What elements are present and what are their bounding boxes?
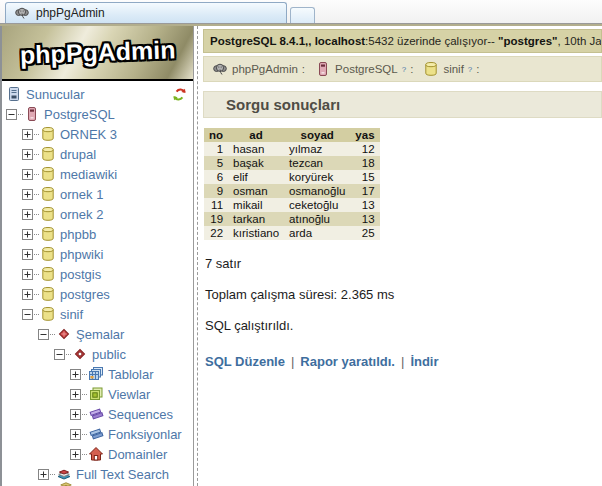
plus-toggle-icon[interactable] [22, 289, 33, 300]
action-links: SQL Düzenle|Rapor yaratıldı.|İndir [205, 354, 602, 369]
tree-item-label[interactable]: Sequences [108, 407, 173, 422]
breadcrumb-sinif[interactable]: sinif [443, 63, 463, 75]
plus-toggle-icon[interactable] [22, 229, 33, 240]
tree-item-sunucular[interactable]: Sunucular [2, 84, 193, 104]
tree-item-label[interactable]: postgis [60, 267, 101, 282]
tree-connector [82, 414, 87, 415]
tree-item-label[interactable]: sinif [60, 307, 83, 322]
database-icon [423, 61, 439, 77]
browser-tab-bar: phpPgAdmin [0, 0, 602, 23]
minus-toggle-icon[interactable] [54, 349, 65, 360]
action-link-i-ndir[interactable]: İndir [410, 354, 438, 369]
minus-toggle-icon[interactable] [38, 329, 49, 340]
tree-item-label[interactable]: ornek 2 [60, 207, 103, 222]
tree-item-label[interactable]: phpbb [60, 227, 96, 242]
action-link-rapor-yaratıldı-[interactable]: Rapor yaratıldı. [300, 354, 395, 369]
tree-item-postgresql[interactable]: PostgreSQL [2, 104, 193, 124]
tree-item-viewlar[interactable]: Viewlar [2, 384, 193, 404]
tree-item-phpwiki[interactable]: phpwiki [2, 244, 193, 264]
tree-item-label[interactable]: postgres [60, 287, 110, 302]
cell-ad: osman [228, 184, 284, 198]
plus-toggle-icon[interactable] [22, 149, 33, 160]
tree-item-public[interactable]: public [2, 344, 193, 364]
plus-toggle-icon[interactable] [70, 449, 81, 460]
database-icon [40, 286, 56, 302]
database-icon [40, 226, 56, 242]
tree-item-label[interactable]: Fonksiyonlar [108, 427, 182, 442]
tree-item-ornek-2[interactable]: ornek 2 [2, 204, 193, 224]
action-link-sql-düzenle[interactable]: SQL Düzenle [205, 354, 285, 369]
database-icon [40, 266, 56, 282]
tree-item-ornek-3[interactable]: ORNEK 3 [2, 124, 193, 144]
tree-item-label[interactable]: phpwiki [60, 247, 103, 262]
tree-item-postgres[interactable]: postgres [2, 284, 193, 304]
minus-toggle-icon[interactable] [6, 109, 17, 120]
cell-no: 11 [204, 198, 228, 212]
help-link[interactable]: ? [468, 65, 472, 74]
tree-item-label[interactable]: Sunucular [26, 87, 85, 102]
tree-item-phpbb[interactable]: phpbb [2, 224, 193, 244]
tree-item-şemalar[interactable]: Şemalar [2, 324, 193, 344]
plus-toggle-icon[interactable] [22, 129, 33, 140]
tree-item-tablolar[interactable]: Tablolar [2, 364, 193, 384]
status-segment: localhost [315, 35, 365, 47]
tree-item-label[interactable]: Full Text Search [76, 467, 169, 482]
tree-item-label[interactable]: drupal [60, 147, 96, 162]
plus-toggle-icon[interactable] [38, 469, 49, 480]
tree-item-sinif[interactable]: sinif [2, 304, 193, 324]
refresh-icon[interactable] [172, 87, 187, 102]
tree-item-label[interactable]: Tablolar [108, 367, 154, 382]
breadcrumb-postgresql[interactable]: PostgreSQL [335, 63, 398, 75]
tree-item-label[interactable]: PostgreSQL [44, 107, 115, 122]
tree-connector [34, 174, 39, 175]
breadcrumb-phppgadmin[interactable]: phpPgAdmin [232, 63, 298, 75]
tree-connector [66, 354, 71, 355]
table-row: 9osmanosmanoğlu17 [204, 184, 380, 198]
cell-ad: tarkan [228, 212, 284, 226]
server-icon [6, 86, 22, 102]
tree-item-full-text-search[interactable]: Full Text Search [2, 464, 193, 484]
plus-toggle-icon[interactable] [70, 389, 81, 400]
tree-item-label[interactable]: mediawiki [60, 167, 117, 182]
tree-item-label[interactable]: Viewlar [108, 387, 150, 402]
plus-toggle-icon[interactable] [70, 369, 81, 380]
tree-item-sequences[interactable]: Sequences [2, 404, 193, 424]
tree-connector [34, 254, 39, 255]
plus-toggle-icon[interactable] [22, 269, 33, 280]
server-status-bar: PostgreSQL 8.4.1,, localhost:5432 üzerin… [203, 29, 602, 53]
database-icon [40, 146, 56, 162]
minus-toggle-icon[interactable] [22, 309, 33, 320]
cell-yas: 13 [350, 198, 379, 212]
plus-toggle-icon[interactable] [22, 209, 33, 220]
column-header-yas: yas [350, 128, 379, 142]
tree-item-ornek-1[interactable]: ornek 1 [2, 184, 193, 204]
breadcrumb: phpPgAdmin:PostgreSQL?:sinif?: [203, 56, 602, 82]
tree-item-fonksiyonlar[interactable]: Fonksiyonlar [2, 424, 193, 444]
page-title: Sorgu sonuçları [203, 91, 602, 118]
frame-resizer[interactable] [194, 26, 201, 486]
link-separator: | [291, 354, 294, 369]
tree-item-label[interactable]: ORNEK 3 [60, 127, 117, 142]
plus-toggle-icon[interactable] [70, 429, 81, 440]
plus-toggle-icon[interactable] [22, 189, 33, 200]
phppgadmin-logo: phpPgAdmin [19, 35, 175, 69]
plus-toggle-icon[interactable] [70, 409, 81, 420]
status-segment: "postgres" [498, 35, 557, 47]
tree-item-mediawiki[interactable]: mediawiki [2, 164, 193, 184]
help-link[interactable]: ? [402, 65, 406, 74]
tree-item-label[interactable]: Şemalar [76, 327, 124, 342]
tree-item-drupal[interactable]: drupal [2, 144, 193, 164]
tree-item-postgis[interactable]: postgis [2, 264, 193, 284]
tree-item-label[interactable]: ornek 1 [60, 187, 103, 202]
tree-connector [34, 154, 39, 155]
new-tab-button[interactable] [290, 7, 315, 23]
tree-item-label[interactable]: Domainler [108, 447, 167, 462]
database-icon [40, 166, 56, 182]
plus-toggle-icon[interactable] [22, 249, 33, 260]
tree-item-domainler[interactable]: Domainler [2, 444, 193, 464]
browser-tab[interactable]: phpPgAdmin [5, 2, 287, 23]
plus-toggle-icon[interactable] [22, 169, 33, 180]
cell-soyad: ceketoğlu [284, 198, 350, 212]
tree-item-label[interactable]: public [92, 347, 126, 362]
tab-title: phpPgAdmin [36, 6, 105, 20]
